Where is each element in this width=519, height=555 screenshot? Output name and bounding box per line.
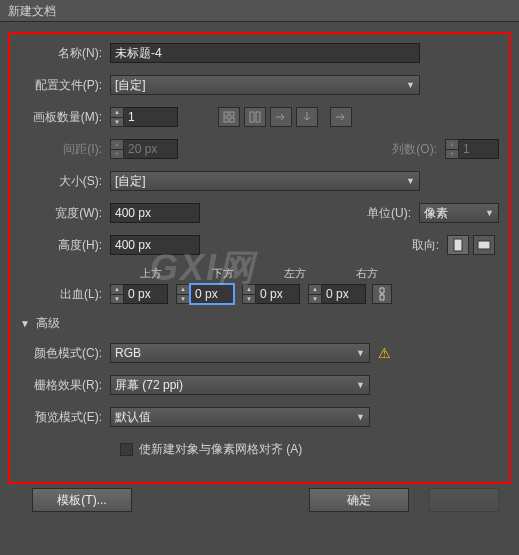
svg-rect-4 bbox=[250, 112, 254, 122]
up-icon: ▲ bbox=[111, 108, 123, 118]
colormode-label: 颜色模式(C): bbox=[20, 345, 110, 362]
svg-rect-1 bbox=[230, 112, 234, 116]
profile-label: 配置文件(P): bbox=[20, 77, 110, 94]
grid-by-col-icon[interactable] bbox=[244, 107, 266, 127]
bleed-left-stepper[interactable]: ▲▼ bbox=[242, 284, 300, 304]
bleed-left-label: 左方 bbox=[284, 266, 356, 281]
spacing-label: 间距(I): bbox=[20, 141, 110, 158]
warning-icon: ⚠ bbox=[378, 345, 391, 361]
cancel-button[interactable] bbox=[429, 488, 499, 512]
template-button[interactable]: 模板(T)... bbox=[32, 488, 132, 512]
chevron-down-icon: ▼ bbox=[356, 380, 365, 390]
svg-rect-2 bbox=[224, 118, 228, 122]
chevron-down-icon: ▼ bbox=[485, 208, 494, 218]
raster-label: 栅格效果(R): bbox=[20, 377, 110, 394]
units-dropdown[interactable]: 像素▼ bbox=[419, 203, 499, 223]
bleed-bottom-stepper[interactable]: ▲▼ bbox=[176, 284, 234, 304]
window-titlebar: 新建文档 bbox=[0, 0, 519, 22]
bleed-right-label: 右方 bbox=[356, 266, 428, 281]
svg-rect-6 bbox=[454, 239, 462, 251]
preview-label: 预览模式(E): bbox=[20, 409, 110, 426]
columns-label: 列数(O): bbox=[355, 141, 445, 158]
bleed-label: 出血(L): bbox=[20, 286, 110, 303]
columns-stepper: ▲▼ bbox=[445, 139, 499, 159]
svg-rect-0 bbox=[224, 112, 228, 116]
chevron-down-icon: ▼ bbox=[356, 348, 365, 358]
triangle-down-icon: ▼ bbox=[20, 318, 30, 329]
chevron-down-icon: ▼ bbox=[406, 80, 415, 90]
size-label: 大小(S): bbox=[20, 173, 110, 190]
chevron-down-icon: ▼ bbox=[356, 412, 365, 422]
height-label: 高度(H): bbox=[20, 237, 110, 254]
spacing-stepper: ▲▼ bbox=[110, 139, 178, 159]
window-title: 新建文档 bbox=[8, 4, 56, 18]
preview-dropdown[interactable]: 默认值▼ bbox=[110, 407, 370, 427]
grid-by-row-icon[interactable] bbox=[218, 107, 240, 127]
svg-rect-5 bbox=[256, 112, 260, 122]
ok-button[interactable]: 确定 bbox=[309, 488, 409, 512]
align-label: 使新建对象与像素网格对齐 (A) bbox=[139, 441, 302, 458]
name-input[interactable] bbox=[110, 43, 420, 63]
bleed-bottom-label: 下方 bbox=[212, 266, 284, 281]
chevron-down-icon: ▼ bbox=[406, 176, 415, 186]
orientation-label: 取向: bbox=[357, 237, 447, 254]
arrange-right2-icon[interactable] bbox=[330, 107, 352, 127]
bleed-right-stepper[interactable]: ▲▼ bbox=[308, 284, 366, 304]
width-label: 宽度(W): bbox=[20, 205, 110, 222]
align-checkbox[interactable] bbox=[120, 443, 133, 456]
portrait-icon[interactable] bbox=[447, 235, 469, 255]
raster-dropdown[interactable]: 屏幕 (72 ppi)▼ bbox=[110, 375, 370, 395]
link-icon[interactable] bbox=[372, 284, 392, 304]
arrange-right-icon[interactable] bbox=[270, 107, 292, 127]
name-label: 名称(N): bbox=[20, 45, 110, 62]
artboards-stepper[interactable]: ▲▼ bbox=[110, 107, 178, 127]
svg-rect-7 bbox=[478, 241, 490, 249]
landscape-icon[interactable] bbox=[473, 235, 495, 255]
bleed-top-label: 上方 bbox=[140, 266, 212, 281]
units-label: 单位(U): bbox=[329, 205, 419, 222]
arrange-down-icon[interactable] bbox=[296, 107, 318, 127]
profile-dropdown[interactable]: [自定]▼ bbox=[110, 75, 420, 95]
bleed-top-stepper[interactable]: ▲▼ bbox=[110, 284, 168, 304]
width-input[interactable] bbox=[110, 203, 200, 223]
size-dropdown[interactable]: [自定]▼ bbox=[110, 171, 420, 191]
down-icon: ▼ bbox=[111, 118, 123, 127]
svg-rect-3 bbox=[230, 118, 234, 122]
height-input[interactable] bbox=[110, 235, 200, 255]
artboards-label: 画板数量(M): bbox=[20, 109, 110, 126]
advanced-toggle[interactable]: ▼ 高级 bbox=[20, 315, 499, 332]
colormode-dropdown[interactable]: RGB▼ bbox=[110, 343, 370, 363]
